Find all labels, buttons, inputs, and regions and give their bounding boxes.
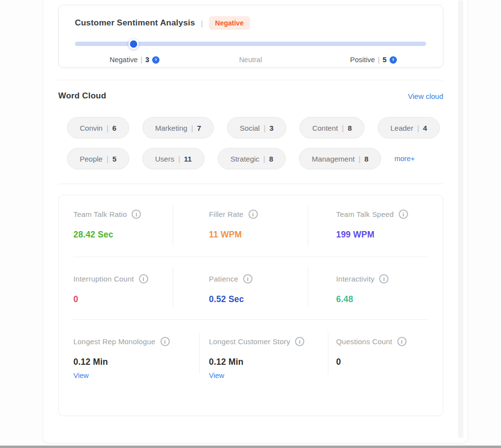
metrics-row-1: Team Talk Ratio i 28.42 Sec Filler Rate … [59, 195, 443, 257]
word-tag[interactable]: Convin | 6 [67, 117, 129, 139]
column-divider [308, 205, 308, 246]
sentiment-slider-thumb[interactable] [128, 39, 138, 49]
sentiment-status-badge: Negative [209, 16, 250, 30]
column-divider [173, 205, 173, 246]
word-tag[interactable]: Management | 8 [299, 148, 381, 169]
metric-value: 0.52 Sec [209, 294, 336, 305]
section-divider [58, 80, 443, 80]
positive-chevron-icon[interactable]: › [389, 56, 397, 64]
view-cloud-link[interactable]: View cloud [408, 92, 443, 100]
sentiment-label-positive: Positive | 5 › [350, 56, 397, 64]
view-monologue-link[interactable]: View [73, 372, 209, 379]
metrics-row-3: Longest Rep Monologue i 0.12 Min View Lo… [59, 319, 443, 417]
sentiment-slider-labels: Negative | 3 › Neutral Positive | 5 › [75, 56, 426, 65]
column-divider [173, 266, 173, 307]
metric-value: 28.42 Sec [73, 230, 209, 240]
metric-value: 199 WPM [336, 230, 443, 240]
metric-value: 0 [73, 294, 209, 305]
info-icon[interactable]: i [397, 337, 407, 346]
info-icon[interactable]: i [243, 274, 252, 283]
word-tag[interactable]: Strategic | 8 [218, 148, 286, 169]
metric-value: 0.12 Min [209, 357, 336, 367]
sentiment-header: Customer Sentiment Analysis | Negative [75, 16, 250, 30]
column-divider [308, 266, 308, 307]
scrollbar[interactable] [458, 0, 463, 438]
sentiment-label-neutral: Neutral [239, 56, 262, 64]
metric-value: 0 [336, 357, 443, 367]
sentiment-title: Customer Sentiment Analysis [75, 18, 195, 28]
info-icon[interactable]: i [139, 274, 148, 283]
info-icon[interactable]: i [295, 337, 304, 346]
word-cloud-row-1: Convin | 6 Marketing | 7 Social | 3 Cont… [67, 117, 440, 139]
metric-interruption-count: Interruption Count i 0 [59, 274, 209, 319]
info-icon[interactable]: i [399, 210, 408, 219]
info-icon[interactable]: i [249, 210, 258, 219]
main-panel: Customer Sentiment Analysis | Negative N… [43, 0, 468, 444]
metric-interactivity: Interactivity i 6.48 [336, 274, 443, 319]
sentiment-label-negative: Negative | 3 › [110, 56, 159, 64]
metric-patience: Patience i 0.52 Sec [209, 274, 336, 319]
metric-value: 6.48 [336, 294, 443, 305]
metric-longest-customer-story: Longest Customer Story i 0.12 Min View [209, 337, 336, 417]
column-divider [328, 333, 328, 374]
metrics-row-2: Interruption Count i 0 Patience i 0.52 S… [59, 257, 443, 319]
word-tag[interactable]: Content | 8 [299, 117, 364, 139]
column-divider [199, 333, 200, 374]
section-divider [58, 184, 443, 184]
word-cloud-row-2: People | 5 Users | 11 Strategic | 8 Mana… [67, 148, 415, 169]
word-cloud-title: Word Cloud [58, 91, 106, 101]
word-tag[interactable]: Leader | 4 [378, 117, 440, 139]
page-canvas: Customer Sentiment Analysis | Negative N… [0, 0, 501, 448]
info-icon[interactable]: i [160, 337, 170, 346]
word-tag[interactable]: People | 5 [67, 148, 129, 169]
metric-longest-rep-monologue: Longest Rep Monologue i 0.12 Min View [59, 337, 209, 417]
sentiment-card: Customer Sentiment Analysis | Negative N… [58, 5, 443, 68]
sentiment-title-separator: | [201, 19, 203, 27]
metric-team-talk-ratio: Team Talk Ratio i 28.42 Sec [59, 210, 209, 257]
bottom-edge-bar [0, 446, 501, 448]
metric-filler-rate: Filler Rate i 11 WPM [209, 210, 336, 257]
word-cloud-header: Word Cloud View cloud [58, 91, 443, 101]
word-tag[interactable]: Social | 3 [227, 117, 286, 139]
sentiment-slider-track[interactable] [75, 42, 426, 46]
view-customer-story-link[interactable]: View [209, 372, 336, 379]
metric-value: 11 WPM [209, 230, 336, 240]
info-icon[interactable]: i [379, 274, 388, 283]
more-tags-link[interactable]: more+ [394, 155, 415, 163]
metric-value: 0.12 Min [73, 357, 209, 367]
info-icon[interactable]: i [132, 210, 141, 219]
metric-questions-count: Questions Count i 0 [336, 337, 443, 417]
negative-chevron-icon[interactable]: › [152, 56, 159, 64]
word-tag[interactable]: Marketing | 7 [142, 117, 214, 139]
metrics-card: Team Talk Ratio i 28.42 Sec Filler Rate … [58, 195, 443, 416]
metric-team-talk-speed: Team Talk Speed i 199 WPM [336, 210, 443, 257]
word-tag[interactable]: Users | 11 [142, 148, 205, 169]
